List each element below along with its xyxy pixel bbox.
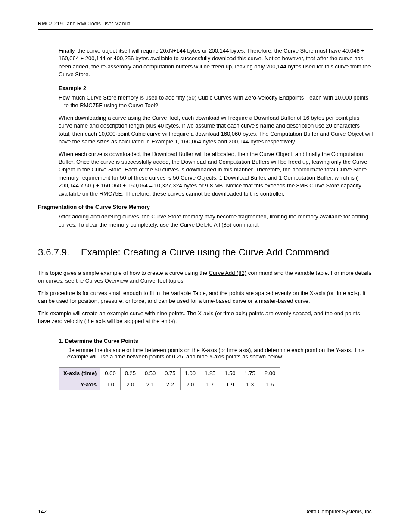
table-cell: 0.75 [160, 367, 180, 379]
step-1: 1. Determine the Curve Points Determine … [59, 338, 373, 360]
table-cell: 1.3 [240, 379, 260, 390]
table-cell: 1.6 [260, 379, 280, 390]
row-header-y: Y-axis [59, 379, 100, 390]
page-header: RMC70/150 and RMCTools User Manual [38, 21, 373, 30]
paragraph: Finally, the curve object itself will re… [59, 47, 373, 79]
paragraph: When each curve is downloaded, the Downl… [59, 150, 373, 198]
section-number: 3.6.7.9. [38, 246, 81, 259]
section-title-text: Example: Creating a Curve using the Curv… [81, 247, 329, 258]
row-header-x: X-axis (time) [59, 367, 100, 379]
table-cell: 0.25 [120, 367, 140, 379]
table-cell: 2.2 [160, 379, 180, 390]
table-cell: 2.0 [180, 379, 200, 390]
table-cell: 0.00 [100, 367, 120, 379]
link-curve-add[interactable]: Curve Add (82) [209, 270, 246, 276]
example2-heading: Example 2 [59, 85, 373, 91]
text: topics. [167, 277, 185, 284]
table-cell: 1.7 [200, 379, 220, 390]
paragraph: After adding and deleting curves, the Cu… [59, 213, 373, 229]
table-cell: 1.9 [220, 379, 240, 390]
step-1-label: 1. Determine the Curve Points [59, 338, 373, 344]
document-page: RMC70/150 and RMCTools User Manual Final… [0, 0, 411, 532]
table-cell: 2.00 [260, 367, 280, 379]
table-cell: 2.1 [140, 379, 160, 390]
page-footer: 142 Delta Computer Systems, Inc. [38, 506, 373, 515]
text: command. [231, 221, 259, 228]
page-number: 142 [38, 509, 47, 515]
paragraph: This procedure is for curves small enoug… [38, 289, 373, 305]
paragraph: This topic gives a simple example of how… [38, 269, 373, 285]
table-cell: 1.0 [100, 379, 120, 390]
table-row: Y-axis 1.0 2.0 2.1 2.2 2.0 1.7 1.9 1.3 1… [59, 379, 280, 390]
table-cell: 1.75 [240, 367, 260, 379]
text: This topic gives a simple example of how… [38, 270, 209, 276]
table-cell: 1.25 [200, 367, 220, 379]
table-cell: 2.0 [120, 379, 140, 390]
section-intro: This topic gives a simple example of how… [38, 269, 373, 326]
table-cell: 1.50 [220, 367, 240, 379]
step-1-body: Determine the distance or time between p… [67, 347, 373, 360]
table-row: X-axis (time) 0.00 0.25 0.50 0.75 1.00 1… [59, 367, 280, 379]
link-curves-overview[interactable]: Curves Overview [85, 277, 128, 284]
fragmentation-heading: Fragmentation of the Curve Store Memory [38, 204, 373, 210]
table-cell: 0.50 [140, 367, 160, 379]
footer-company: Delta Computer Systems, Inc. [305, 509, 373, 515]
link-curve-tool[interactable]: Curve Tool [140, 277, 167, 284]
paragraph: When downloading a curve using the Curve… [59, 114, 373, 146]
curve-points-table: X-axis (time) 0.00 0.25 0.50 0.75 1.00 1… [59, 367, 280, 390]
section-title: 3.6.7.9.Example: Creating a Curve using … [81, 246, 373, 259]
header-title: RMC70/150 and RMCTools User Manual [38, 21, 131, 27]
table-cell: 1.00 [180, 367, 200, 379]
fragmentation-block: After adding and deleting curves, the Cu… [59, 213, 373, 229]
content-block: Finally, the curve object itself will re… [59, 47, 373, 198]
paragraph: This example will create an example curv… [38, 310, 373, 326]
text: and [128, 277, 140, 284]
paragraph: How much Curve Store memory is used to a… [59, 94, 373, 110]
link-curve-delete-all[interactable]: Curve Delete All (85) [180, 221, 231, 228]
